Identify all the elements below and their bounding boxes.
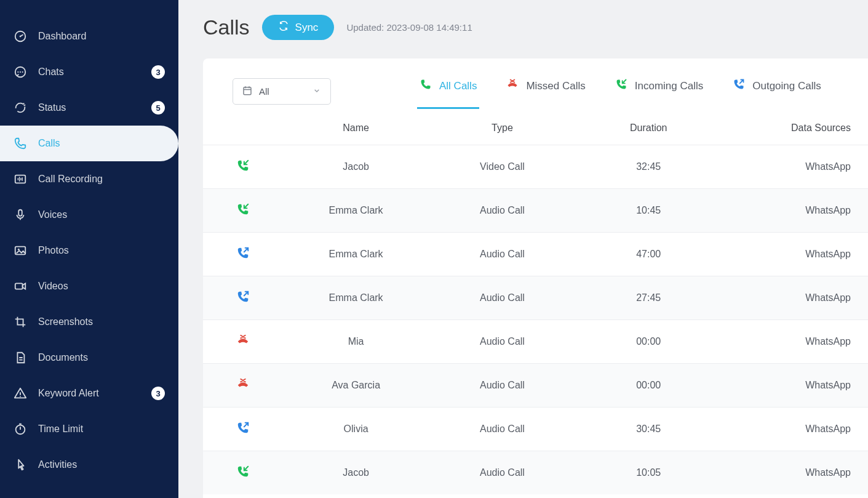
table-row[interactable]: Ava GarciaAudio Call00:00WhatsApp [203, 364, 868, 408]
sync-button-label: Sync [295, 22, 319, 34]
table-row[interactable]: OliviaAudio Call30:45WhatsApp [203, 408, 868, 451]
header-row: Calls Sync Updated: 2023-09-08 14:49:11 [203, 15, 868, 40]
tab-label: All Calls [439, 80, 477, 92]
chevron-down-icon [312, 86, 322, 97]
cell-name: Mia [283, 320, 429, 364]
cell-type: Audio Call [429, 233, 576, 276]
filters-row: All All CallsMissed CallsIncoming CallsO… [203, 73, 868, 109]
status-icon [14, 101, 27, 114]
incoming-call-icon [236, 207, 250, 218]
tab-label: Missed Calls [526, 80, 585, 92]
sidebar-badge: 3 [151, 387, 165, 400]
incoming-call-icon [236, 164, 250, 174]
cell-type: Audio Call [429, 364, 576, 408]
chat-icon [14, 65, 27, 79]
tab-all[interactable]: All Calls [417, 73, 479, 109]
cell-type: Audio Call [429, 189, 576, 233]
outgoing-call-icon [236, 426, 250, 436]
cell-source: WhatsApp [722, 364, 868, 408]
cell-name: Ava Garcia [283, 364, 429, 408]
sidebar-item-label: Videos [38, 281, 68, 292]
stopwatch-icon [14, 422, 27, 436]
cell-duration: 00:00 [575, 320, 722, 364]
phone-green-icon [420, 78, 432, 94]
sidebar-item-label: Call Recording [38, 174, 103, 185]
table-row[interactable]: Emma ClarkAudio Call27:45WhatsApp [203, 276, 868, 320]
sidebar-item-label: Time Limit [38, 424, 83, 435]
sidebar-item-time-limit[interactable]: Time Limit [0, 411, 178, 447]
cell-duration: 27:45 [575, 276, 722, 320]
sidebar-item-voices[interactable]: Voices [0, 197, 178, 233]
incoming-icon [615, 78, 627, 94]
no-more-label: no more [203, 494, 868, 498]
cell-source: WhatsApp [722, 276, 868, 320]
sidebar-item-chats[interactable]: Chats3 [0, 54, 178, 90]
calls-table: Name Type Duration Data Sources JacobVid… [203, 111, 868, 494]
table-row[interactable]: Emma ClarkAudio Call10:45WhatsApp [203, 189, 868, 233]
cell-duration: 10:45 [575, 189, 722, 233]
incoming-call-icon [236, 470, 250, 480]
page-title: Calls [203, 15, 250, 39]
cell-source: WhatsApp [722, 145, 868, 189]
sidebar-item-dashboard[interactable]: Dashboard [0, 18, 178, 54]
sidebar-item-label: Documents [38, 352, 88, 363]
sidebar-item-status[interactable]: Status5 [0, 90, 178, 126]
cell-name: Jacob [283, 145, 429, 189]
image-icon [14, 244, 27, 257]
cell-duration: 32:45 [575, 145, 722, 189]
cell-type: Audio Call [429, 408, 576, 451]
table-row[interactable]: MiaAudio Call00:00WhatsApp [203, 320, 868, 364]
sidebar-item-label: Calls [38, 138, 60, 149]
table-row[interactable]: JacobVideo Call32:45WhatsApp [203, 145, 868, 189]
sidebar-item-label: Status [38, 102, 66, 113]
sidebar: DashboardChats3Status5CallsCall Recordin… [0, 0, 178, 498]
sidebar-item-label: Keyword Alert [38, 388, 99, 399]
date-filter-dropdown[interactable]: All [233, 78, 331, 105]
sidebar-badge: 5 [151, 101, 165, 114]
sidebar-item-label: Photos [38, 245, 69, 256]
cell-name: Emma Clark [283, 233, 429, 276]
missed-call-icon [236, 339, 250, 349]
sidebar-item-activities[interactable]: Activities [0, 447, 178, 483]
updated-text: Updated: 2023-09-08 14:49:11 [346, 22, 472, 33]
sidebar-item-documents[interactable]: Documents [0, 340, 178, 376]
sidebar-item-calls[interactable]: Calls [0, 126, 178, 161]
sidebar-item-label: Screenshots [38, 316, 93, 327]
tab-outgoing[interactable]: Outgoing Calls [730, 73, 824, 109]
cell-name: Jacob [283, 451, 429, 495]
tab-label: Outgoing Calls [752, 80, 821, 92]
missed-icon [506, 78, 519, 94]
crop-icon [14, 315, 27, 329]
column-name: Name [283, 111, 429, 145]
cell-source: WhatsApp [722, 189, 868, 233]
date-filter-label: All [259, 86, 269, 97]
sync-button[interactable]: Sync [262, 15, 335, 40]
column-type: Type [429, 111, 576, 145]
cell-duration: 10:05 [575, 451, 722, 495]
table-row[interactable]: JacobAudio Call10:05WhatsApp [203, 451, 868, 495]
sidebar-item-keyword-alert[interactable]: Keyword Alert3 [0, 376, 178, 411]
sidebar-item-videos[interactable]: Videos [0, 268, 178, 304]
tab-incoming[interactable]: Incoming Calls [613, 73, 706, 109]
cell-name: Olivia [283, 408, 429, 451]
pointer-icon [14, 458, 27, 472]
sidebar-item-label: Activities [38, 459, 77, 470]
tab-missed[interactable]: Missed Calls [504, 73, 587, 109]
video-icon [14, 279, 27, 293]
mic-icon [14, 208, 27, 222]
table-row[interactable]: Emma ClarkAudio Call47:00WhatsApp [203, 233, 868, 276]
cell-type: Audio Call [429, 451, 576, 495]
cell-source: WhatsApp [722, 451, 868, 495]
cell-duration: 00:00 [575, 364, 722, 408]
column-duration: Duration [575, 111, 722, 145]
phone-icon [14, 137, 27, 150]
cell-duration: 47:00 [575, 233, 722, 276]
sidebar-badge: 3 [151, 65, 165, 79]
sidebar-item-photos[interactable]: Photos [0, 233, 178, 268]
missed-call-icon [236, 382, 250, 393]
cell-type: Audio Call [429, 276, 576, 320]
sidebar-item-screenshots[interactable]: Screenshots [0, 304, 178, 340]
sidebar-item-call-recording[interactable]: Call Recording [0, 161, 178, 197]
gauge-icon [14, 30, 27, 43]
table-header-row: Name Type Duration Data Sources [203, 111, 868, 145]
